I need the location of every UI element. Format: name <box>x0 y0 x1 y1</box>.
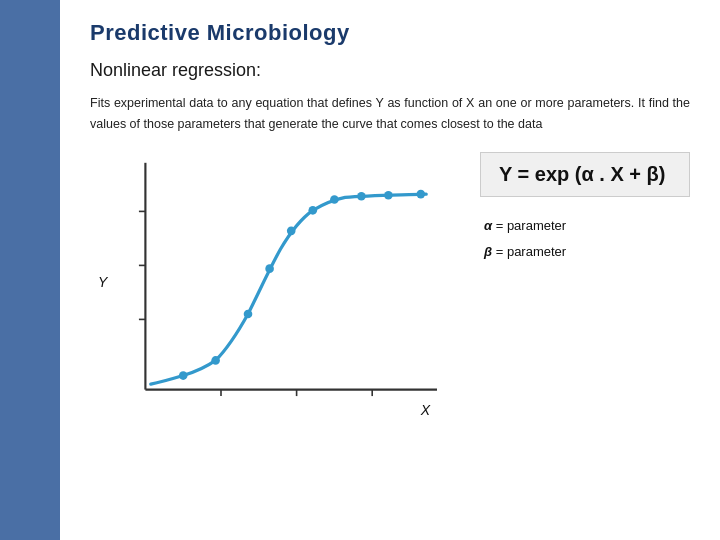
left-sidebar <box>0 0 60 540</box>
formula-box: Y = exp (α . X + β) <box>480 152 690 197</box>
svg-point-14 <box>330 195 339 204</box>
main-content: Predictive Microbiology Nonlinear regres… <box>60 0 720 540</box>
section-title: Nonlinear regression: <box>90 60 690 81</box>
x-axis-label: X <box>421 402 430 418</box>
beta-label: = parameter <box>496 244 566 259</box>
chart-area: Y <box>90 152 460 422</box>
beta-symbol: β <box>484 244 492 259</box>
page-title: Predictive Microbiology <box>90 20 690 46</box>
lower-section: Y <box>90 152 690 520</box>
svg-point-16 <box>384 191 393 200</box>
formula-legend-area: Y = exp (α . X + β) α = parameter β = pa… <box>460 152 690 265</box>
svg-point-9 <box>211 356 220 365</box>
alpha-legend: α = parameter <box>484 213 690 239</box>
chart-svg <box>90 152 460 422</box>
svg-point-12 <box>287 227 296 236</box>
svg-point-15 <box>357 192 366 201</box>
alpha-symbol: α <box>484 218 492 233</box>
legend-area: α = parameter β = parameter <box>480 213 690 265</box>
svg-point-11 <box>265 265 274 274</box>
svg-point-13 <box>308 206 317 215</box>
alpha-label: = parameter <box>496 218 566 233</box>
svg-point-10 <box>244 310 253 319</box>
description-text: Fits experimental data to any equation t… <box>90 93 690 134</box>
y-axis-label: Y <box>98 274 107 290</box>
svg-point-8 <box>179 371 188 380</box>
svg-point-17 <box>416 190 425 199</box>
beta-legend: β = parameter <box>484 239 690 265</box>
